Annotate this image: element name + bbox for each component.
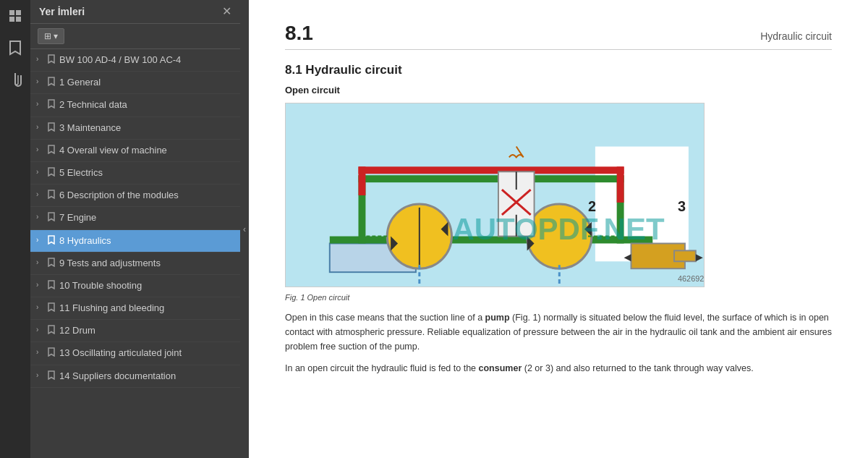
arrow-icon: ›: [36, 190, 45, 198]
svg-point-16: [527, 204, 592, 268]
svg-text:3: 3: [678, 198, 686, 214]
svg-rect-10: [358, 175, 624, 182]
bookmark-icon: [48, 325, 55, 336]
pages-icon[interactable]: [5, 6, 25, 26]
bookmark-icon: [48, 258, 55, 268]
bookmark-panel-icon[interactable]: [5, 38, 25, 58]
sidebar-toolbar: ⊞ ▾: [30, 24, 240, 49]
nav-item-label: 3 Maintenance: [59, 122, 234, 135]
main-content: AUTOPDF.NET 8.1 Hydraulic circuit 8.1 Hy…: [249, 0, 868, 458]
sidebar-item-technical[interactable]: › 2 Technical data: [30, 94, 240, 116]
sidebar-item-electrics[interactable]: › 5 Electrics: [30, 162, 240, 185]
sidebar-item-maintenance[interactable]: › 3 Maintenance: [30, 117, 240, 140]
arrow-icon: ›: [36, 55, 45, 63]
sidebar-title: Yer İmleri: [39, 6, 85, 17]
para1-bold: pump: [485, 313, 510, 323]
sidebar-item-engine[interactable]: › 7 Engine: [30, 207, 240, 229]
nav-item-label: 4 Overall view of machine: [59, 144, 234, 157]
sidebar-item-trouble[interactable]: › 10 Trouble shooting: [30, 275, 240, 297]
page-header-title: Hydraulic circuit: [760, 30, 832, 42]
page-number: 8.1: [285, 22, 313, 45]
svg-rect-0: [9, 10, 14, 15]
bookmark-icon: [48, 190, 55, 200]
svg-rect-7: [330, 237, 652, 244]
arrow-icon: ›: [36, 236, 45, 244]
section-heading: 8.1 Hydraulic circuit: [285, 63, 832, 77]
nav-item-label: 12 Drum: [59, 324, 234, 337]
nav-item-label: 8 Hydraulics: [59, 234, 234, 247]
sidebar-item-bw100[interactable]: › BW 100 AD-4 / BW 100 AC-4: [30, 49, 240, 72]
collapse-panel-handle[interactable]: ‹: [240, 0, 249, 458]
arrow-icon: ›: [36, 326, 45, 334]
nav-item-label: BW 100 AD-4 / BW 100 AC-4: [59, 54, 234, 67]
bookmark-icon: [48, 280, 55, 291]
bookmark-icon: [48, 145, 55, 156]
nav-item-label: 14 Suppliers documentation: [59, 370, 234, 383]
svg-rect-18: [674, 250, 696, 261]
bookmark-icon: [48, 77, 55, 88]
arrow-icon: ›: [36, 371, 45, 379]
svg-rect-13: [617, 166, 624, 203]
sidebar-item-modules[interactable]: › 6 Description of the modules: [30, 185, 240, 207]
para2-prefix: In an open circuit the hydraulic fluid i…: [285, 363, 479, 373]
page-header: 8.1 Hydraulic circuit: [285, 22, 832, 50]
svg-rect-12: [358, 166, 365, 195]
arrow-icon: ›: [36, 348, 45, 356]
arrow-icon: ›: [36, 168, 45, 176]
icon-panel: [0, 0, 30, 458]
arrow-icon: ›: [36, 258, 45, 266]
sidebar-header: Yer İmleri ✕: [30, 0, 240, 24]
sidebar: Yer İmleri ✕ ⊞ ▾ › BW 100 AD-4 / BW 100 …: [30, 0, 240, 458]
sidebar-item-overall[interactable]: › 4 Overall view of machine: [30, 140, 240, 162]
arrow-icon: ›: [36, 123, 45, 131]
nav-item-label: 1 General: [59, 76, 234, 89]
bookmark-icon: [48, 167, 55, 178]
hydraulic-diagram: 2 3 462692: [285, 103, 705, 287]
bookmark-icon: [48, 99, 55, 110]
bookmark-icon: [48, 212, 55, 223]
arrow-icon: ›: [36, 145, 45, 153]
bookmark-icon: [48, 302, 55, 313]
svg-rect-3: [16, 17, 21, 22]
sidebar-item-general[interactable]: › 1 General: [30, 72, 240, 94]
para1-prefix: Open in this case means that the suction…: [285, 313, 485, 323]
arrow-icon: ›: [36, 303, 45, 311]
sidebar-item-tests[interactable]: › 9 Tests and adjustments: [30, 253, 240, 275]
toolbar-menu-button[interactable]: ⊞ ▾: [38, 28, 64, 44]
sidebar-items: › BW 100 AD-4 / BW 100 AC-4 › 1 General …: [30, 49, 240, 458]
arrow-icon: ›: [36, 77, 45, 85]
sidebar-item-flushing[interactable]: › 11 Flushing and bleeding: [30, 297, 240, 320]
arrow-icon: ›: [36, 213, 45, 221]
arrow-icon: ›: [36, 100, 45, 108]
nav-item-label: 5 Electrics: [59, 166, 234, 179]
nav-item-label: 2 Technical data: [59, 98, 234, 111]
svg-text:462692: 462692: [678, 274, 704, 283]
nav-item-label: 9 Tests and adjustments: [59, 257, 234, 270]
chevron-left-icon: ‹: [243, 224, 246, 234]
bookmark-icon: [48, 370, 55, 381]
bookmark-icon: [48, 122, 55, 133]
fig-caption: Fig. 1 Open circuit: [285, 293, 832, 302]
para2-suffix: (2 or 3) and also returned to the tank t…: [522, 363, 753, 373]
open-circuit-label: Open circuit: [285, 85, 832, 96]
bookmark-icon: [48, 235, 55, 246]
body-text-para1: Open in this case means that the suction…: [285, 310, 832, 354]
nav-item-label: 10 Trouble shooting: [59, 279, 234, 292]
diagram-container: 2 3 462692: [285, 103, 832, 287]
svg-rect-2: [9, 17, 14, 22]
attachment-icon[interactable]: [5, 69, 25, 90]
sidebar-item-oscillating[interactable]: › 13 Oscillating articulated joint: [30, 342, 240, 365]
nav-item-label: 11 Flushing and bleeding: [59, 302, 234, 315]
close-sidebar-button[interactable]: ✕: [222, 6, 231, 17]
nav-item-label: 6 Description of the modules: [59, 189, 234, 202]
body-text-para2: In an open circuit the hydraulic fluid i…: [285, 361, 832, 376]
sidebar-item-suppliers[interactable]: › 14 Suppliers documentation: [30, 365, 240, 388]
svg-text:2: 2: [588, 198, 596, 214]
page-content: AUTOPDF.NET 8.1 Hydraulic circuit 8.1 Hy…: [249, 0, 868, 458]
svg-rect-1: [16, 10, 21, 15]
svg-rect-11: [358, 166, 624, 174]
sidebar-item-drum[interactable]: › 12 Drum: [30, 320, 240, 342]
sidebar-item-hydraulics[interactable]: › 8 Hydraulics: [30, 230, 240, 253]
bookmark-icon: [48, 54, 55, 65]
para2-bold: consumer: [479, 363, 522, 373]
